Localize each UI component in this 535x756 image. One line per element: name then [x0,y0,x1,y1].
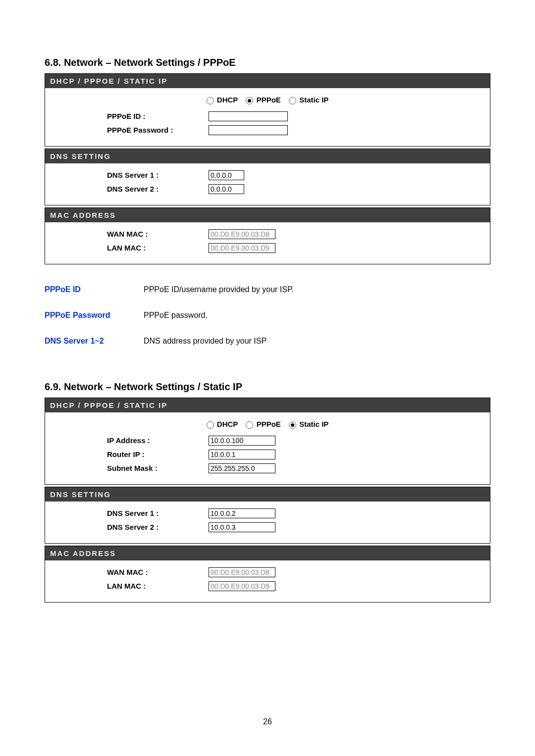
desc-label-pppoe-password: PPPoE Password [45,311,144,320]
panel-dns-68: DNS SETTING DNS Server 1 : DNS Server 2 … [45,149,490,205]
radio-static-label: Static IP [299,420,328,428]
dns1-input[interactable] [209,508,275,518]
radio-dhcp[interactable]: DHCP [207,420,238,429]
lan-mac-label: LAN MAC : [45,582,199,590]
radio-pppoe[interactable]: PPPoE [246,420,280,429]
dns1-label: DNS Server 1 : [45,171,199,179]
panel-header: MAC ADDRESS [45,546,490,560]
pppoe-password-input[interactable] [209,125,288,135]
subnet-mask-label: Subnet Mask : [45,464,199,472]
wan-mac-input [209,567,275,577]
pppoe-id-input[interactable] [209,111,288,121]
radio-pppoe-label: PPPoE [257,420,281,428]
dns2-input[interactable] [209,184,244,194]
radio-pppoe[interactable]: PPPoE [246,96,280,104]
dns2-label: DNS Server 2 : [45,523,199,531]
pppoe-id-label: PPPoE ID : [45,112,199,120]
dns1-input[interactable] [209,170,244,180]
panel-header: MAC ADDRESS [45,208,490,222]
desc-text-dns-server: DNS address provided by your ISP [144,337,267,346]
connection-type-radios: DHCP PPPoE Static IP [45,93,490,109]
radio-static[interactable]: Static IP [289,96,328,104]
description-table-68: PPPoE ID PPPoE ID/username provided by y… [45,279,490,356]
wan-mac-label: WAN MAC : [45,230,199,238]
panel-header: DNS SETTING [45,487,490,502]
radio-dhcp-label: DHCP [217,420,238,428]
section-heading-69: 6.9. Network – Network Settings / Static… [45,381,490,393]
lan-mac-input [209,243,275,253]
panel-header: DNS SETTING [45,149,490,163]
router-ip-input[interactable] [209,450,275,459]
panel-mac-69: MAC ADDRESS WAN MAC : LAN MAC : [45,546,490,603]
panel-header: DHCP / PPPOE / STATIC IP [45,398,490,412]
connection-type-radios: DHCP PPPoE Static IP [45,417,490,434]
panel-dhcp-pppoe-static-69: DHCP / PPPOE / STATIC IP DHCP PPPoE Stat… [45,398,490,485]
dns2-label: DNS Server 2 : [45,185,199,193]
lan-mac-label: LAN MAC : [45,244,199,252]
page-number: 26 [0,717,535,726]
panel-dns-69: DNS SETTING DNS Server 1 : DNS Server 2 … [45,487,490,544]
panel-dhcp-pppoe-static-68: DHCP / PPPOE / STATIC IP DHCP PPPoE Stat… [45,73,490,147]
radio-static-label: Static IP [299,96,328,104]
desc-text-pppoe-id: PPPoE ID/username provided by your ISP. [144,285,294,294]
wan-mac-label: WAN MAC : [45,568,199,576]
radio-dhcp-label: DHCP [217,96,238,104]
radio-pppoe-label: PPPoE [257,96,281,104]
dns1-label: DNS Server 1 : [45,509,199,517]
lan-mac-input [209,581,275,591]
ip-address-label: IP Address : [45,436,199,445]
panel-header: DHCP / PPPOE / STATIC IP [45,74,490,88]
dns2-input[interactable] [209,522,275,532]
desc-text-pppoe-password: PPPoE password. [144,311,208,320]
subnet-mask-input[interactable] [209,463,275,473]
router-ip-label: Router IP : [45,450,199,458]
pppoe-password-label: PPPoE Password : [45,126,199,134]
section-heading-68: 6.8. Network – Network Settings / PPPoE [45,57,490,68]
desc-label-pppoe-id: PPPoE ID [45,285,144,294]
panel-mac-68: MAC ADDRESS WAN MAC : LAN MAC : [45,207,490,264]
wan-mac-input [209,229,275,239]
ip-address-input[interactable] [209,436,275,446]
radio-dhcp[interactable]: DHCP [207,96,238,104]
radio-static[interactable]: Static IP [289,420,328,429]
desc-label-dns-server: DNS Server 1~2 [45,337,144,346]
